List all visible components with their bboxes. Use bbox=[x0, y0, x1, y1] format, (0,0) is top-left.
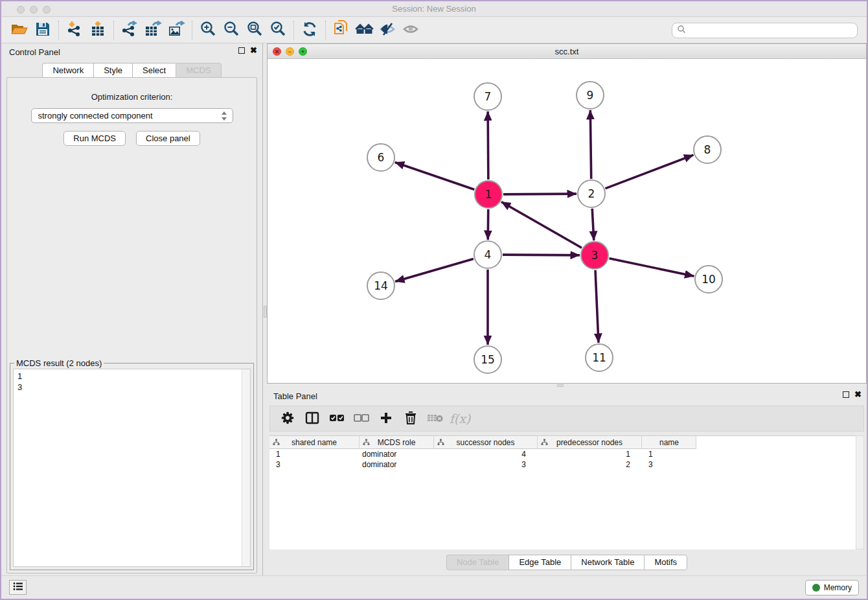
table-row[interactable]: 1dominator411 bbox=[269, 449, 856, 459]
tab-style[interactable]: Style bbox=[93, 63, 132, 78]
window-titlebar: Session: New Session bbox=[1, 1, 867, 17]
function-builder-button[interactable]: f(x) bbox=[449, 409, 471, 428]
network-window-titlebar: ✕ − + scc.txt bbox=[268, 44, 866, 59]
edge-3-1[interactable] bbox=[501, 202, 582, 248]
table-cell: 3 bbox=[269, 460, 360, 469]
refresh-icon bbox=[301, 21, 318, 40]
delete-table-button[interactable] bbox=[424, 409, 446, 428]
optimization-criterion-select[interactable]: strongly connected component bbox=[31, 108, 233, 123]
edge-2-3[interactable] bbox=[592, 209, 594, 240]
show-selected-button[interactable] bbox=[400, 20, 423, 41]
node-6[interactable]: 6 bbox=[367, 144, 394, 171]
open-session-button[interactable] bbox=[8, 20, 31, 41]
vertical-splitter[interactable] bbox=[262, 43, 267, 575]
tab-select[interactable]: Select bbox=[132, 63, 176, 78]
node-10[interactable]: 10 bbox=[695, 266, 722, 293]
deselect-all-button[interactable] bbox=[350, 409, 372, 428]
refresh-button[interactable] bbox=[298, 20, 321, 41]
node-11[interactable]: 11 bbox=[586, 344, 613, 371]
save-session-button[interactable] bbox=[31, 20, 54, 41]
edge-1-7[interactable] bbox=[488, 111, 488, 179]
zoom-selected-icon bbox=[269, 21, 286, 40]
gear-button[interactable] bbox=[277, 409, 299, 428]
network-graph[interactable]: 7968124314101511 bbox=[268, 59, 868, 383]
node-14[interactable]: 14 bbox=[367, 272, 394, 299]
table-row[interactable]: 3dominator323 bbox=[269, 459, 856, 470]
node-9[interactable]: 9 bbox=[577, 82, 604, 109]
edge-1-4[interactable] bbox=[488, 209, 488, 240]
column-label: name bbox=[659, 438, 679, 447]
node-4[interactable]: 4 bbox=[474, 241, 501, 268]
export-image-button[interactable] bbox=[165, 20, 188, 41]
import-network-button[interactable] bbox=[63, 20, 86, 41]
column-header-shared-name[interactable]: shared name bbox=[269, 436, 360, 448]
memory-button[interactable]: Memory bbox=[805, 580, 859, 595]
control-panel-tabs: NetworkStyleSelectMCDS bbox=[42, 63, 221, 78]
tab-mcds[interactable]: MCDS bbox=[176, 63, 221, 78]
edge-4-14[interactable] bbox=[395, 259, 474, 281]
gear-icon bbox=[280, 411, 295, 427]
network-canvas[interactable]: 7968124314101511 bbox=[268, 59, 866, 383]
zoom-selected-button[interactable] bbox=[266, 20, 290, 41]
control-panel-header: Control Panel ✖ bbox=[1, 43, 262, 60]
tab-node-table[interactable]: Node Table bbox=[446, 555, 509, 570]
edge-3-10[interactable] bbox=[610, 259, 694, 277]
zoom-fit-button[interactable] bbox=[243, 20, 266, 41]
select-all-button[interactable] bbox=[326, 409, 348, 428]
task-history-button[interactable] bbox=[9, 580, 27, 595]
table-scrollbar[interactable] bbox=[856, 435, 864, 549]
mcds-result-list[interactable]: 13 bbox=[13, 369, 251, 567]
tab-motifs[interactable]: Motifs bbox=[644, 555, 687, 570]
column-header-name[interactable]: name bbox=[642, 436, 696, 448]
column-header-MCDS-role[interactable]: MCDS role bbox=[360, 436, 434, 448]
edge-2-8[interactable] bbox=[606, 155, 694, 189]
close-panel-icon[interactable]: ✖ bbox=[854, 391, 862, 398]
show-all-networks-button[interactable] bbox=[353, 20, 376, 41]
result-line: 1 bbox=[17, 371, 250, 382]
export-network-button[interactable] bbox=[118, 20, 141, 41]
zoom-in-button[interactable] bbox=[196, 20, 220, 41]
result-scrollbar[interactable] bbox=[242, 369, 250, 566]
column-label: shared name bbox=[291, 438, 337, 447]
node-label: 10 bbox=[702, 273, 716, 286]
hide-selected-button[interactable] bbox=[376, 20, 400, 41]
edge-2-9[interactable] bbox=[590, 110, 591, 179]
selected-criterion: strongly connected component bbox=[38, 111, 153, 121]
export-table-button[interactable] bbox=[141, 20, 165, 41]
edge-1-2[interactable] bbox=[503, 194, 577, 194]
column-header-successor-nodes[interactable]: successor nodes bbox=[434, 436, 538, 448]
node-1[interactable]: 1 bbox=[475, 181, 502, 208]
float-panel-icon[interactable] bbox=[238, 47, 245, 54]
table-cell: 1 bbox=[538, 450, 642, 459]
node-2[interactable]: 2 bbox=[578, 180, 605, 207]
add-column-button[interactable] bbox=[375, 409, 397, 428]
toolbar-separator bbox=[58, 21, 59, 40]
float-panel-icon[interactable] bbox=[843, 391, 849, 398]
edge-3-11[interactable] bbox=[595, 270, 599, 343]
search-input[interactable] bbox=[687, 24, 857, 37]
search-field[interactable] bbox=[672, 23, 858, 38]
import-table-button[interactable] bbox=[86, 20, 109, 41]
table-tabs: Node TableEdge TableNetwork TableMotifs bbox=[446, 555, 687, 570]
node-8[interactable]: 8 bbox=[694, 136, 721, 163]
node-label: 4 bbox=[485, 248, 492, 261]
clone-network-button[interactable] bbox=[330, 20, 353, 41]
edge-4-3[interactable] bbox=[503, 255, 580, 255]
tab-network-table[interactable]: Network Table bbox=[571, 555, 644, 570]
column-header-predecessor-nodes[interactable]: predecessor nodes bbox=[538, 436, 642, 448]
delete-button[interactable] bbox=[400, 409, 422, 428]
node-3[interactable]: 3 bbox=[581, 242, 608, 269]
edge-1-6[interactable] bbox=[395, 162, 474, 189]
split-columns-button[interactable] bbox=[301, 409, 323, 428]
node-table[interactable]: shared nameMCDS rolesuccessor nodesprede… bbox=[269, 435, 856, 549]
table-panel: Table Panel ✖ bbox=[267, 387, 867, 575]
zoom-out-button[interactable] bbox=[220, 20, 243, 41]
tab-network[interactable]: Network bbox=[42, 63, 93, 78]
node-7[interactable]: 7 bbox=[474, 83, 501, 110]
run-mcds-button[interactable]: Run MCDS bbox=[63, 131, 126, 146]
tab-edge-table[interactable]: Edge Table bbox=[508, 555, 571, 570]
splitter-handle[interactable] bbox=[557, 384, 564, 387]
close-panel-icon[interactable]: ✖ bbox=[250, 47, 257, 54]
close-panel-button[interactable]: Close panel bbox=[136, 131, 200, 146]
node-15[interactable]: 15 bbox=[474, 346, 501, 373]
